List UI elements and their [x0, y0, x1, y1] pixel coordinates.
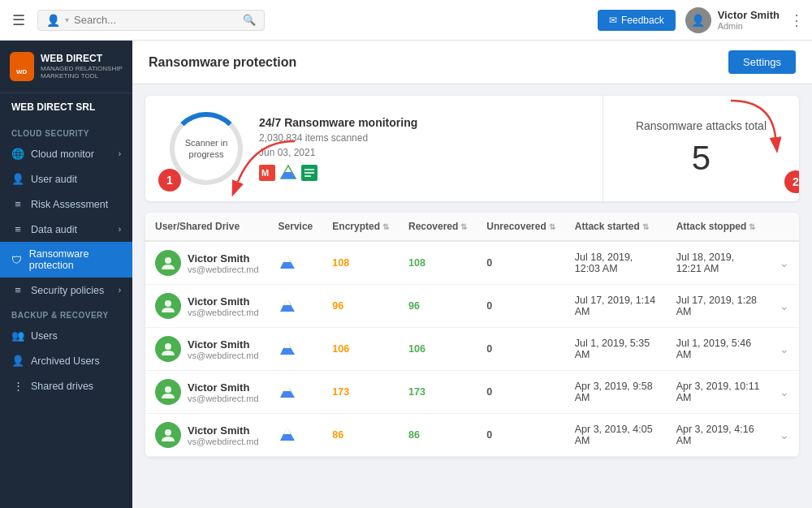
sidebar-item-security-policies[interactable]: ≡ Security policies ›: [0, 278, 132, 303]
col-attack-started[interactable]: Attack started⇅: [565, 213, 667, 241]
content-area: Ransomware protection Settings Scanner i…: [132, 41, 812, 508]
col-unrecovered[interactable]: Unrecovered⇅: [477, 213, 564, 241]
user-name-cell: Victor Smith: [188, 252, 259, 265]
sidebar-item-user-audit[interactable]: 👤 User audit: [0, 166, 132, 192]
cell-unrecovered: 0: [477, 241, 564, 285]
sidebar-label-ransomware: Ransomware protection: [29, 248, 121, 271]
user-name-cell: Victor Smith: [188, 381, 259, 394]
col-encrypted[interactable]: Encrypted⇅: [322, 213, 399, 241]
table-body: Victor Smith vs@webdirect.md 108 108 0 J…: [145, 241, 799, 457]
list-icon: ≡: [11, 198, 24, 210]
col-recovered[interactable]: Recovered⇅: [399, 213, 477, 241]
user-avatar-small: [155, 250, 181, 276]
chevron-right-icon-2: ›: [119, 225, 121, 234]
archive-icon: 👤: [11, 355, 24, 367]
person-icon: 👤: [46, 14, 60, 27]
scan-date: Jun 03, 2021: [259, 147, 417, 158]
col-attack-stopped[interactable]: Attack stopped⇅: [667, 213, 770, 241]
user-name-block: Victor Smith Admin: [718, 9, 780, 31]
sidebar-item-ransomware-protection[interactable]: 🛡 Ransomware protection: [0, 242, 132, 278]
email-icon: ✉: [609, 15, 617, 26]
user-email-cell: vs@webdirect.md: [188, 394, 259, 403]
service-icons: M: [259, 165, 417, 181]
sort-icon-unrecovered: ⇅: [549, 222, 555, 231]
sidebar-item-data-audit[interactable]: ≡ Data audit ›: [0, 217, 132, 242]
gdrive-service-icon: [279, 298, 296, 312]
sidebar-label-archived: Archived Users: [31, 355, 100, 367]
sidebar-item-shared-drives[interactable]: ⋮ Shared drives: [0, 373, 132, 398]
user-avatar-small: [155, 422, 181, 448]
sidebar-label-data-audit: Data audit: [31, 224, 77, 235]
chevron-down-icon: ▾: [65, 15, 69, 24]
search-input[interactable]: [74, 14, 238, 26]
col-service: Service: [269, 213, 323, 241]
svg-point-34: [165, 429, 171, 436]
cell-user: Victor Smith vs@webdirect.md: [145, 371, 269, 414]
main-layout: WD WEB DIRECT MANAGED RELATIONSHIP MARKE…: [0, 41, 812, 508]
page-header: Ransomware protection Settings: [132, 41, 812, 84]
annotation-badge-1: 1: [158, 169, 181, 192]
sidebar-label-risk-assessment: Risk Assessment: [31, 199, 108, 210]
shield-icon: 🛡: [11, 254, 23, 266]
user-name-cell: Victor Smith: [188, 338, 259, 351]
hamburger-menu[interactable]: ☰: [8, 7, 29, 33]
svg-point-24: [165, 343, 171, 350]
more-options-icon[interactable]: ⋮: [789, 11, 804, 29]
svg-text:M: M: [261, 168, 269, 178]
sheets-icon: [301, 165, 317, 181]
table-row: Victor Smith vs@webdirect.md 108 108 0 J…: [145, 241, 799, 285]
gdrive-service-icon: [279, 384, 296, 398]
logo-text: WEB DIRECT MANAGED RELATIONSHIP MARKETIN…: [41, 53, 123, 80]
cell-recovered: 96: [399, 285, 477, 328]
svg-marker-18: [280, 262, 295, 269]
search-icon: 🔍: [243, 14, 256, 26]
user-name: Victor Smith: [718, 9, 780, 21]
cell-attack-stopped: Jul 1, 2019, 5:46 AM: [667, 328, 770, 371]
feedback-button[interactable]: ✉ Feedback: [598, 10, 676, 31]
sidebar-item-risk-assessment[interactable]: ≡ Risk Assessment: [0, 192, 132, 217]
sidebar-item-users[interactable]: 👥 Users: [0, 323, 132, 348]
svg-rect-10: [304, 172, 314, 174]
svg-point-29: [165, 386, 171, 393]
user-info: 👤 Victor Smith Admin: [685, 7, 780, 33]
search-bar: 👤 ▾ 🔍: [37, 10, 265, 31]
cell-expand[interactable]: ⌄: [770, 285, 799, 328]
cell-user: Victor Smith vs@webdirect.md: [145, 285, 269, 328]
col-user: User/Shared Drive: [145, 213, 269, 241]
user-role: Admin: [718, 21, 780, 31]
sidebar-label-shared: Shared drives: [31, 381, 93, 392]
cell-expand[interactable]: ⌄: [770, 414, 799, 457]
attacks-count: 5: [692, 139, 710, 178]
sidebar-item-archived-users[interactable]: 👤 Archived Users: [0, 348, 132, 373]
col-expand: [770, 213, 799, 241]
cell-expand[interactable]: ⌄: [770, 328, 799, 371]
svg-marker-33: [280, 391, 295, 398]
expand-icon: ⌄: [780, 256, 789, 269]
logo-main: WEB DIRECT: [41, 53, 123, 64]
cell-attack-stopped: Jul 18, 2019, 12:21 AM: [667, 241, 770, 285]
annotation-badge-2: 2: [784, 170, 799, 193]
cell-attack-started: Apr 3, 2019, 9:58 AM: [565, 371, 667, 414]
settings-button[interactable]: Settings: [728, 50, 796, 74]
cell-attack-started: Jul 1, 2019, 5:35 AM: [565, 328, 667, 371]
cell-unrecovered: 0: [477, 285, 564, 328]
scanner-circle-wrap: Scanner inprogress 1: [170, 112, 243, 185]
cell-expand[interactable]: ⌄: [770, 371, 799, 414]
sort-icon-started: ⇅: [642, 222, 649, 231]
chevron-right-icon: ›: [119, 149, 121, 158]
lock-icon: ≡: [11, 284, 24, 296]
user-avatar-small: [155, 293, 181, 319]
cell-expand[interactable]: ⌄: [770, 241, 799, 285]
sidebar-item-cloud-monitor[interactable]: 🌐 Cloud monitor ›: [0, 141, 132, 166]
logo-sub: MANAGED RELATIONSHIP MARKETING TOOL: [41, 65, 123, 80]
user-email-cell: vs@webdirect.md: [188, 351, 259, 360]
sidebar-label-cloud-monitor: Cloud monitor: [31, 149, 94, 160]
cell-service: [269, 328, 323, 371]
svg-marker-7: [281, 172, 296, 179]
gdrive-service-icon: [279, 255, 296, 269]
scanner-circle-text: Scanner inprogress: [185, 137, 228, 161]
cell-encrypted: 173: [322, 371, 399, 414]
scanner-circle: Scanner inprogress: [170, 112, 243, 185]
cell-attack-started: Jul 18, 2019, 12:03 AM: [565, 241, 667, 285]
table-header-row: User/Shared Drive Service Encrypted⇅ Rec…: [145, 213, 799, 241]
